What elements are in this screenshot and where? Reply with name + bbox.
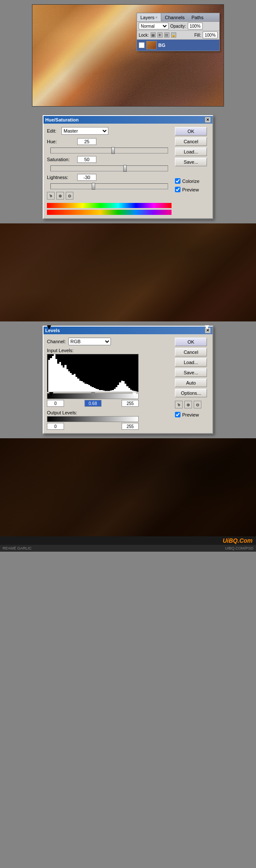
opacity-label: Opacity: (170, 24, 186, 29)
lightness-label: Lightness: (47, 175, 75, 180)
edit-label: Edit: (47, 128, 59, 133)
lightness-row: Lightness: (47, 174, 172, 181)
input-white-triangle[interactable] (132, 392, 137, 396)
lock-icon-2[interactable]: ✛ (157, 32, 163, 38)
histogram (47, 354, 139, 392)
preview-checkbox-hue[interactable] (175, 187, 180, 192)
ok-button-levels[interactable]: OK (175, 338, 207, 346)
output-white-triangle[interactable] (205, 325, 209, 330)
eyedropper-btn-3[interactable]: ⊖ (66, 192, 73, 200)
cancel-button-levels[interactable]: Cancel (175, 348, 207, 356)
dialog-left-hue: Edit: Master Hue: Saturation: (47, 127, 172, 215)
lightness-slider-thumb[interactable] (92, 183, 95, 190)
fill-input[interactable] (203, 32, 218, 38)
tab-layers-label: Layers (140, 15, 154, 20)
watermark: UiBQ.Com (0, 536, 256, 545)
output-black-value[interactable] (47, 423, 64, 430)
preview-row-hue: Preview (175, 187, 209, 192)
eyedropper-btn-1[interactable]: 🖰 (47, 192, 55, 200)
result-image-1 (0, 223, 256, 321)
hue-slider-track[interactable] (50, 148, 168, 153)
colorize-checkbox[interactable] (175, 178, 180, 184)
opacity-input[interactable] (188, 23, 203, 29)
channel-label: Channel: (47, 339, 66, 344)
levels-dialog: Levels ✕ Channel: RGB Input Levels: (43, 326, 213, 434)
saturation-row: Saturation: (47, 156, 172, 163)
load-button-levels[interactable]: Load... (175, 358, 207, 367)
output-black-triangle[interactable] (47, 325, 51, 330)
hue-saturation-section: Hue/Saturation ✕ Edit: Master Hue: (0, 111, 256, 223)
hue-slider-thumb[interactable] (111, 147, 115, 154)
output-white-value[interactable] (122, 423, 139, 430)
lock-icon-1[interactable]: ▤ (151, 32, 156, 38)
levels-eyedropper-white[interactable]: ⊖ (194, 401, 201, 408)
lock-icon-4[interactable]: 🔒 (171, 32, 176, 38)
save-button-levels[interactable]: Save... (175, 368, 207, 377)
saturation-input[interactable] (77, 156, 96, 163)
input-levels-label: Input Levels: (47, 348, 172, 353)
canvas-wrapper: Layers × Channels Paths Normal Opacity: … (32, 4, 224, 107)
histogram-bars (47, 354, 138, 392)
tab-paths[interactable]: Paths (188, 13, 207, 21)
output-gradient[interactable] (47, 416, 139, 422)
input-black-triangle[interactable] (49, 392, 53, 396)
dialog-close-hue[interactable]: ✕ (205, 117, 211, 123)
levels-eyedropper-black[interactable]: 🖰 (175, 401, 183, 408)
input-white-value[interactable] (122, 400, 139, 407)
load-button-hue[interactable]: Load... (175, 148, 207, 156)
tab-channels[interactable]: Channels (161, 13, 188, 21)
color-spectrum-2 (47, 210, 172, 215)
result-image-1-section (0, 223, 256, 321)
hue-saturation-dialog: Hue/Saturation ✕ Edit: Master Hue: (43, 115, 213, 219)
hue-input[interactable] (77, 138, 96, 145)
output-levels-label: Output Levels: (47, 410, 172, 415)
tab-layers-close[interactable]: × (155, 15, 157, 20)
tab-layers[interactable]: Layers × (137, 13, 161, 21)
saturation-slider-container (50, 165, 168, 171)
saturation-slider-track[interactable] (50, 165, 168, 171)
dialog-titlebar-hue: Hue/Saturation ✕ (44, 116, 212, 124)
channel-select[interactable]: RGB (68, 338, 111, 345)
layers-tabs: Layers × Channels Paths (137, 13, 219, 22)
levels-section: Levels ✕ Channel: RGB Input Levels: (0, 321, 256, 438)
levels-eyedropper-row: 🖰 ⊕ ⊖ (175, 401, 209, 408)
input-slider[interactable] (47, 393, 139, 399)
preview-label-levels: Preview (182, 412, 199, 417)
hue-row: Hue: (47, 138, 172, 145)
layer-item-bg[interactable]: 👁 BG (137, 40, 219, 51)
hue-slider-container (50, 148, 168, 153)
lock-icon-3[interactable]: ⊡ (164, 32, 169, 38)
result-image-2 (0, 438, 256, 536)
lightness-slider-track[interactable] (50, 183, 168, 189)
auto-button-levels[interactable]: Auto (175, 379, 207, 387)
layer-thumbnail (146, 41, 157, 49)
lightness-slider-container (50, 183, 168, 189)
colorize-label: Colorize (182, 179, 199, 184)
svg-rect-1 (0, 438, 256, 536)
bottom-left-text: REAMÉ GARLIC (3, 546, 32, 550)
tab-paths-label: Paths (192, 15, 204, 20)
result-image-2-section (0, 438, 256, 536)
levels-eyedropper-grey[interactable]: ⊕ (184, 401, 192, 408)
saturation-slider-thumb[interactable] (123, 165, 127, 172)
lightness-input[interactable] (77, 174, 96, 181)
canvas-section: Layers × Channels Paths Normal Opacity: … (0, 0, 256, 111)
eyedropper-btn-2[interactable]: ⊕ (56, 192, 64, 200)
options-button-levels[interactable]: Options... (175, 389, 207, 397)
cancel-button-hue[interactable]: Cancel (175, 137, 207, 146)
preview-checkbox-levels[interactable] (175, 412, 180, 417)
ok-button-hue[interactable]: OK (175, 127, 207, 136)
dialog-left-levels: Channel: RGB Input Levels: (47, 338, 172, 430)
layer-visibility-icon[interactable]: 👁 (139, 42, 145, 48)
blend-mode-select[interactable]: Normal (139, 23, 169, 29)
color-spectrum (47, 203, 172, 208)
input-mid-triangle[interactable] (91, 392, 95, 396)
dialog-right-levels: OK Cancel Load... Save... Auto Options..… (175, 338, 209, 430)
save-button-hue[interactable]: Save... (175, 158, 207, 166)
preview-row-levels: Preview (175, 412, 209, 417)
input-mid-value[interactable] (84, 400, 102, 407)
input-black-value[interactable] (47, 400, 64, 407)
eyedropper-row: 🖰 ⊕ ⊖ (47, 192, 172, 200)
edit-select[interactable]: Master (61, 127, 108, 135)
dialog-titlebar-levels: Levels ✕ (44, 327, 212, 334)
